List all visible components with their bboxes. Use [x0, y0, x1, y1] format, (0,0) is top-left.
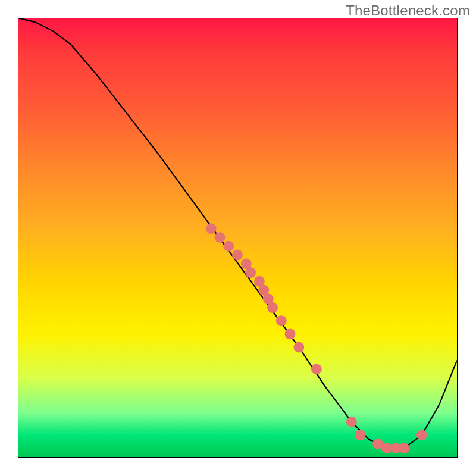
data-point — [311, 364, 322, 374]
data-point — [355, 430, 366, 440]
watermark-text: TheBottleneck.com — [346, 2, 470, 19]
chart-svg — [18, 18, 457, 457]
data-point — [223, 241, 234, 252]
data-point — [416, 430, 427, 440]
data-point — [232, 250, 243, 261]
data-point — [346, 416, 357, 427]
data-point — [245, 267, 256, 278]
data-point — [267, 302, 278, 313]
data-point — [285, 328, 296, 339]
data-point — [206, 223, 217, 234]
data-point — [399, 443, 409, 453]
bottleneck-curve — [18, 18, 457, 448]
data-point — [215, 232, 226, 243]
chart-container: TheBottleneck.com — [0, 0, 476, 476]
data-point — [276, 315, 287, 326]
data-points-group — [206, 223, 427, 453]
data-point — [293, 342, 304, 353]
plot-area — [18, 18, 458, 458]
